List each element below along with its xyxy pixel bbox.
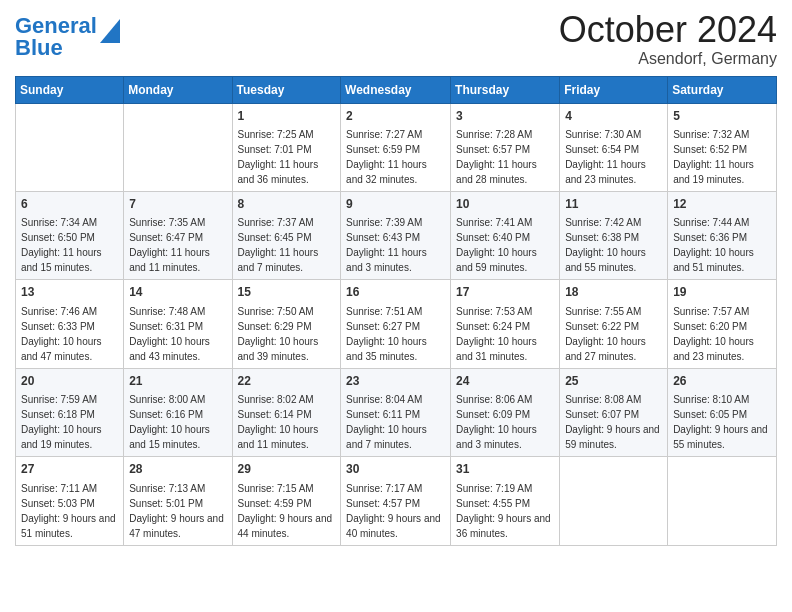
day-number: 8 xyxy=(238,196,336,213)
month-title: October 2024 xyxy=(559,10,777,50)
calendar-cell: 17Sunrise: 7:53 AMSunset: 6:24 PMDayligh… xyxy=(451,280,560,368)
day-number: 6 xyxy=(21,196,118,213)
day-info: Sunrise: 7:46 AMSunset: 6:33 PMDaylight:… xyxy=(21,304,118,364)
day-info: Sunrise: 7:50 AMSunset: 6:29 PMDaylight:… xyxy=(238,304,336,364)
day-info: Sunrise: 8:06 AMSunset: 6:09 PMDaylight:… xyxy=(456,392,554,452)
calendar-cell: 25Sunrise: 8:08 AMSunset: 6:07 PMDayligh… xyxy=(560,368,668,456)
day-number: 27 xyxy=(21,461,118,478)
day-number: 21 xyxy=(129,373,226,390)
calendar-week-row: 6Sunrise: 7:34 AMSunset: 6:50 PMDaylight… xyxy=(16,191,777,279)
calendar-week-row: 27Sunrise: 7:11 AMSunset: 5:03 PMDayligh… xyxy=(16,457,777,545)
day-number: 14 xyxy=(129,284,226,301)
calendar-cell: 28Sunrise: 7:13 AMSunset: 5:01 PMDayligh… xyxy=(124,457,232,545)
calendar-week-row: 1Sunrise: 7:25 AMSunset: 7:01 PMDaylight… xyxy=(16,103,777,191)
calendar-cell: 5Sunrise: 7:32 AMSunset: 6:52 PMDaylight… xyxy=(668,103,777,191)
svg-marker-0 xyxy=(100,19,120,43)
weekday-header: Tuesday xyxy=(232,76,341,103)
calendar-cell: 1Sunrise: 7:25 AMSunset: 7:01 PMDaylight… xyxy=(232,103,341,191)
day-number: 25 xyxy=(565,373,662,390)
day-info: Sunrise: 7:41 AMSunset: 6:40 PMDaylight:… xyxy=(456,215,554,275)
calendar-week-row: 20Sunrise: 7:59 AMSunset: 6:18 PMDayligh… xyxy=(16,368,777,456)
calendar-table: SundayMondayTuesdayWednesdayThursdayFrid… xyxy=(15,76,777,546)
calendar-cell: 20Sunrise: 7:59 AMSunset: 6:18 PMDayligh… xyxy=(16,368,124,456)
logo: General Blue xyxy=(15,15,120,59)
calendar-cell: 2Sunrise: 7:27 AMSunset: 6:59 PMDaylight… xyxy=(341,103,451,191)
weekday-header-row: SundayMondayTuesdayWednesdayThursdayFrid… xyxy=(16,76,777,103)
day-number: 19 xyxy=(673,284,771,301)
weekday-header: Sunday xyxy=(16,76,124,103)
day-number: 13 xyxy=(21,284,118,301)
calendar-cell: 10Sunrise: 7:41 AMSunset: 6:40 PMDayligh… xyxy=(451,191,560,279)
day-number: 22 xyxy=(238,373,336,390)
day-info: Sunrise: 7:28 AMSunset: 6:57 PMDaylight:… xyxy=(456,127,554,187)
day-number: 7 xyxy=(129,196,226,213)
day-info: Sunrise: 7:13 AMSunset: 5:01 PMDaylight:… xyxy=(129,481,226,541)
day-info: Sunrise: 7:27 AMSunset: 6:59 PMDaylight:… xyxy=(346,127,445,187)
calendar-cell: 3Sunrise: 7:28 AMSunset: 6:57 PMDaylight… xyxy=(451,103,560,191)
calendar-cell: 19Sunrise: 7:57 AMSunset: 6:20 PMDayligh… xyxy=(668,280,777,368)
day-number: 5 xyxy=(673,108,771,125)
day-number: 9 xyxy=(346,196,445,213)
day-number: 1 xyxy=(238,108,336,125)
calendar-cell: 18Sunrise: 7:55 AMSunset: 6:22 PMDayligh… xyxy=(560,280,668,368)
day-info: Sunrise: 8:04 AMSunset: 6:11 PMDaylight:… xyxy=(346,392,445,452)
day-number: 23 xyxy=(346,373,445,390)
calendar-cell: 22Sunrise: 8:02 AMSunset: 6:14 PMDayligh… xyxy=(232,368,341,456)
calendar-cell xyxy=(668,457,777,545)
day-info: Sunrise: 7:25 AMSunset: 7:01 PMDaylight:… xyxy=(238,127,336,187)
calendar-cell: 15Sunrise: 7:50 AMSunset: 6:29 PMDayligh… xyxy=(232,280,341,368)
day-info: Sunrise: 7:30 AMSunset: 6:54 PMDaylight:… xyxy=(565,127,662,187)
calendar-cell: 8Sunrise: 7:37 AMSunset: 6:45 PMDaylight… xyxy=(232,191,341,279)
title-area: October 2024 Asendorf, Germany xyxy=(559,10,777,68)
logo-text: General Blue xyxy=(15,15,97,59)
calendar-cell: 9Sunrise: 7:39 AMSunset: 6:43 PMDaylight… xyxy=(341,191,451,279)
day-info: Sunrise: 7:35 AMSunset: 6:47 PMDaylight:… xyxy=(129,215,226,275)
day-info: Sunrise: 7:53 AMSunset: 6:24 PMDaylight:… xyxy=(456,304,554,364)
day-info: Sunrise: 7:37 AMSunset: 6:45 PMDaylight:… xyxy=(238,215,336,275)
logo-blue: Blue xyxy=(15,35,63,60)
day-info: Sunrise: 8:00 AMSunset: 6:16 PMDaylight:… xyxy=(129,392,226,452)
day-number: 11 xyxy=(565,196,662,213)
day-number: 26 xyxy=(673,373,771,390)
calendar-cell xyxy=(16,103,124,191)
weekday-header: Monday xyxy=(124,76,232,103)
day-info: Sunrise: 7:15 AMSunset: 4:59 PMDaylight:… xyxy=(238,481,336,541)
day-number: 29 xyxy=(238,461,336,478)
day-number: 16 xyxy=(346,284,445,301)
day-info: Sunrise: 8:10 AMSunset: 6:05 PMDaylight:… xyxy=(673,392,771,452)
day-info: Sunrise: 7:44 AMSunset: 6:36 PMDaylight:… xyxy=(673,215,771,275)
calendar-cell xyxy=(124,103,232,191)
page-header: General Blue October 2024 Asendorf, Germ… xyxy=(15,10,777,68)
calendar-cell: 31Sunrise: 7:19 AMSunset: 4:55 PMDayligh… xyxy=(451,457,560,545)
day-info: Sunrise: 7:59 AMSunset: 6:18 PMDaylight:… xyxy=(21,392,118,452)
day-info: Sunrise: 8:02 AMSunset: 6:14 PMDaylight:… xyxy=(238,392,336,452)
calendar-cell: 7Sunrise: 7:35 AMSunset: 6:47 PMDaylight… xyxy=(124,191,232,279)
calendar-cell: 30Sunrise: 7:17 AMSunset: 4:57 PMDayligh… xyxy=(341,457,451,545)
day-info: Sunrise: 7:11 AMSunset: 5:03 PMDaylight:… xyxy=(21,481,118,541)
day-info: Sunrise: 7:48 AMSunset: 6:31 PMDaylight:… xyxy=(129,304,226,364)
day-number: 18 xyxy=(565,284,662,301)
day-info: Sunrise: 7:34 AMSunset: 6:50 PMDaylight:… xyxy=(21,215,118,275)
day-number: 15 xyxy=(238,284,336,301)
day-info: Sunrise: 8:08 AMSunset: 6:07 PMDaylight:… xyxy=(565,392,662,452)
day-number: 17 xyxy=(456,284,554,301)
day-number: 4 xyxy=(565,108,662,125)
day-number: 24 xyxy=(456,373,554,390)
calendar-cell: 12Sunrise: 7:44 AMSunset: 6:36 PMDayligh… xyxy=(668,191,777,279)
day-number: 20 xyxy=(21,373,118,390)
day-info: Sunrise: 7:42 AMSunset: 6:38 PMDaylight:… xyxy=(565,215,662,275)
calendar-cell: 23Sunrise: 8:04 AMSunset: 6:11 PMDayligh… xyxy=(341,368,451,456)
calendar-cell: 6Sunrise: 7:34 AMSunset: 6:50 PMDaylight… xyxy=(16,191,124,279)
day-info: Sunrise: 7:57 AMSunset: 6:20 PMDaylight:… xyxy=(673,304,771,364)
logo-icon xyxy=(100,19,120,43)
day-number: 2 xyxy=(346,108,445,125)
calendar-cell: 29Sunrise: 7:15 AMSunset: 4:59 PMDayligh… xyxy=(232,457,341,545)
calendar-cell: 11Sunrise: 7:42 AMSunset: 6:38 PMDayligh… xyxy=(560,191,668,279)
weekday-header: Friday xyxy=(560,76,668,103)
day-number: 10 xyxy=(456,196,554,213)
calendar-cell xyxy=(560,457,668,545)
calendar-week-row: 13Sunrise: 7:46 AMSunset: 6:33 PMDayligh… xyxy=(16,280,777,368)
day-number: 31 xyxy=(456,461,554,478)
weekday-header: Saturday xyxy=(668,76,777,103)
day-info: Sunrise: 7:51 AMSunset: 6:27 PMDaylight:… xyxy=(346,304,445,364)
